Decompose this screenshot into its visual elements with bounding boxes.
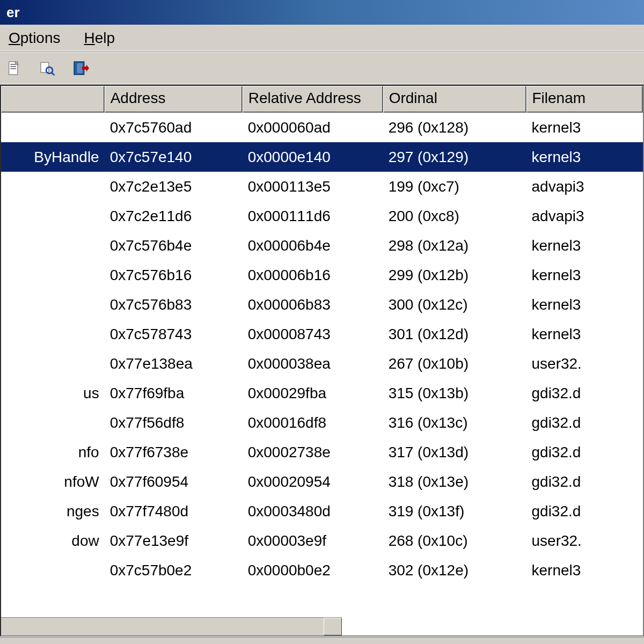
column-header-name[interactable] <box>1 86 105 113</box>
table-row[interactable]: us0x77f69fba0x00029fba315 (0x13b)gdi32.d <box>1 378 643 408</box>
cell-relative-address: 0x000111d6 <box>243 206 383 227</box>
toolbar <box>0 52 644 85</box>
cell-relative-address: 0x000113e5 <box>243 176 383 197</box>
table-row[interactable]: ByHandle0x7c57e1400x0000e140297 (0x129)k… <box>1 142 643 172</box>
cell-filename: user32. <box>526 353 643 375</box>
cell-filename: user32. <box>526 530 643 552</box>
svg-rect-2 <box>10 66 16 67</box>
svg-rect-3 <box>10 68 16 69</box>
document-icon[interactable] <box>3 57 25 79</box>
cell-name <box>1 421 105 425</box>
column-header-address[interactable]: Address <box>105 86 243 113</box>
cell-ordinal: 319 (0x13f) <box>383 501 526 522</box>
cell-name <box>1 362 105 366</box>
table-row[interactable]: nfoW0x77f609540x00020954318 (0x13e)gdi32… <box>1 467 643 496</box>
list-view[interactable]: Address Relative Address Ordinal Filenam… <box>0 85 644 636</box>
cell-filename: kernel3 <box>526 117 643 138</box>
cell-name: nfoW <box>1 471 105 493</box>
exit-icon[interactable] <box>70 57 91 79</box>
cell-name <box>1 568 105 573</box>
cell-name <box>1 332 105 336</box>
cell-filename: kernel3 <box>526 324 643 345</box>
cell-ordinal: 317 (0x13d) <box>383 442 526 463</box>
cell-filename: advapi3 <box>526 206 643 227</box>
table-row[interactable]: 0x7c576b160x00006b16299 (0x12b)kernel3 <box>1 260 643 290</box>
cell-relative-address: 0x00008743 <box>243 324 383 345</box>
svg-line-7 <box>52 72 54 75</box>
cell-filename: gdi32.d <box>526 501 643 522</box>
cell-address: 0x77f56df8 <box>105 412 243 434</box>
cell-ordinal: 267 (0x10b) <box>383 353 526 375</box>
cell-relative-address: 0x0000e140 <box>243 147 383 168</box>
table-row[interactable]: nges0x77f7480d0x0003480d319 (0x13f)gdi32… <box>1 496 643 526</box>
cell-address: 0x7c2e11d6 <box>105 206 243 227</box>
table-row[interactable]: 0x77e138ea0x000038ea267 (0x10b)user32. <box>1 349 643 378</box>
table-row[interactable]: 0x77f56df80x00016df8316 (0x13c)gdi32.d <box>1 408 643 437</box>
cell-address: 0x77f69fba <box>105 383 243 404</box>
table-row[interactable]: 0x7c57b0e20x0000b0e2302 (0x12e)kernel3 <box>1 555 643 585</box>
cell-ordinal: 296 (0x128) <box>383 117 526 138</box>
cell-address: 0x7c576b4e <box>105 235 243 257</box>
table-row[interactable]: dow0x77e13e9f0x00003e9f268 (0x10c)user32… <box>1 526 643 555</box>
cell-filename: kernel3 <box>526 265 643 286</box>
cell-ordinal: 200 (0xc8) <box>383 206 526 227</box>
cell-relative-address: 0x00006b83 <box>243 294 383 316</box>
cell-relative-address: 0x000038ea <box>243 353 383 375</box>
status-text: cted <box>5 642 34 645</box>
cell-ordinal: 316 (0x13c) <box>383 412 526 434</box>
find-icon[interactable] <box>36 57 58 79</box>
cell-filename: kernel3 <box>526 294 643 316</box>
table-row[interactable]: 0x7c5760ad0x000060ad296 (0x128)kernel3 <box>1 113 643 142</box>
cell-filename: gdi32.d <box>526 412 643 434</box>
table-row[interactable]: 0x7c2e13e50x000113e5199 (0xc7)advapi3 <box>1 172 643 201</box>
cell-relative-address: 0x00016df8 <box>243 412 383 434</box>
status-bar: cted <box>0 636 644 644</box>
cell-ordinal: 300 (0x12c) <box>383 294 526 316</box>
table-row[interactable]: 0x7c2e11d60x000111d6200 (0xc8)advapi3 <box>1 201 643 231</box>
cell-filename: kernel3 <box>526 235 643 257</box>
cell-name: nfo <box>1 442 105 463</box>
cell-name: dow <box>1 530 105 552</box>
cell-address: 0x77f7480d <box>105 501 243 522</box>
table-row[interactable]: nfo0x77f6738e0x0002738e317 (0x13d)gdi32.… <box>1 437 643 467</box>
cell-name <box>1 273 105 277</box>
table-row[interactable]: 0x7c576b4e0x00006b4e298 (0x12a)kernel3 <box>1 231 643 260</box>
scroll-right-icon[interactable] <box>324 618 342 635</box>
cell-ordinal: 302 (0x12e) <box>383 560 526 581</box>
cell-ordinal: 318 (0x13e) <box>383 471 526 493</box>
table-row[interactable]: 0x7c576b830x00006b83300 (0x12c)kernel3 <box>1 290 643 319</box>
cell-name <box>1 244 105 248</box>
column-headers: Address Relative Address Ordinal Filenam <box>1 86 643 113</box>
cell-filename: gdi32.d <box>526 383 643 404</box>
cell-address: 0x7c576b16 <box>105 265 243 286</box>
menu-options[interactable]: Options <box>4 27 65 49</box>
horizontal-scrollbar[interactable] <box>1 617 342 635</box>
cell-relative-address: 0x0000b0e2 <box>243 560 383 581</box>
cell-relative-address: 0x0003480d <box>243 501 383 522</box>
cell-name: nges <box>1 501 105 522</box>
cell-name: us <box>1 383 105 404</box>
cell-relative-address: 0x0002738e <box>243 442 383 463</box>
cell-address: 0x77f60954 <box>105 471 243 493</box>
cell-address: 0x7c5760ad <box>105 117 243 138</box>
column-header-ordinal[interactable]: Ordinal <box>383 86 526 113</box>
cell-address: 0x7c576b83 <box>105 294 243 316</box>
cell-filename: kernel3 <box>526 560 643 581</box>
cell-address: 0x7c578743 <box>105 324 243 345</box>
menu-help[interactable]: Help <box>80 27 120 49</box>
svg-rect-9 <box>77 63 83 73</box>
cell-filename: gdi32.d <box>526 442 643 463</box>
cell-relative-address: 0x000060ad <box>243 117 383 138</box>
cell-relative-address: 0x00003e9f <box>243 530 383 552</box>
menu-bar: Options Help <box>0 25 644 52</box>
cell-relative-address: 0x00006b4e <box>243 235 383 257</box>
column-header-filename[interactable]: Filenam <box>526 86 643 113</box>
cell-name: ByHandle <box>1 147 105 168</box>
cell-relative-address: 0x00029fba <box>243 383 383 404</box>
column-header-relative-address[interactable]: Relative Address <box>243 86 383 113</box>
table-row[interactable]: 0x7c5787430x00008743301 (0x12d)kernel3 <box>1 319 643 349</box>
cell-ordinal: 299 (0x12b) <box>383 265 526 286</box>
cell-name <box>1 126 105 130</box>
cell-name <box>1 185 105 189</box>
cell-ordinal: 301 (0x12d) <box>383 324 526 345</box>
